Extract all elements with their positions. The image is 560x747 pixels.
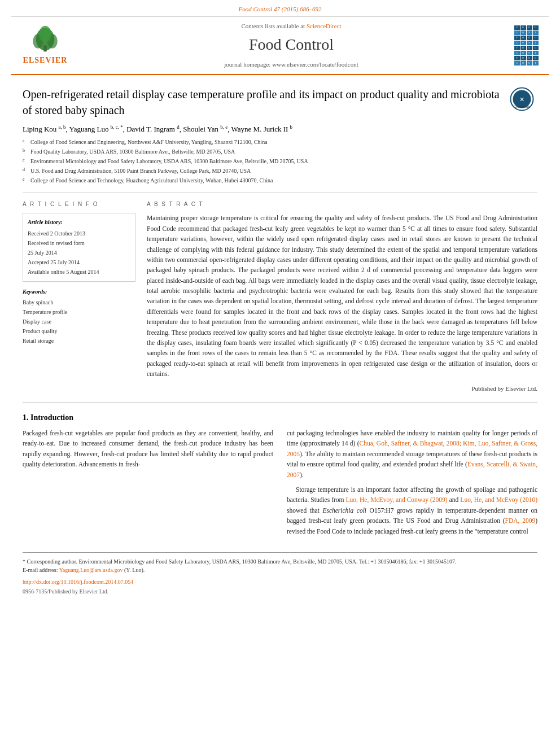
- intro-col2-text: cut packaging technologies have enabled …: [287, 428, 537, 536]
- elsevier-logo: ELSEVIER: [23, 25, 68, 66]
- affiliations: a College of Food Science and Engineerin…: [23, 138, 501, 185]
- intro-heading: Introduction: [30, 413, 73, 422]
- available-online: Available online 5 August 2014: [28, 267, 130, 277]
- doi-line: http://dx.doi.org/10.1016/j.foodcont.201…: [23, 578, 537, 586]
- cite-fda[interactable]: FDA, 2009: [505, 517, 536, 524]
- published-by: Published by Elsevier Ltd.: [147, 384, 537, 394]
- keywords-section: Keywords: Baby spinach Temperature profi…: [23, 287, 135, 346]
- intro-para1: Packaged fresh-cut vegetables are popula…: [23, 428, 273, 470]
- received-revised-label: Received in revised form: [28, 238, 130, 248]
- abstract-text: Maintaining proper storage temperature i…: [147, 213, 537, 379]
- corresponding-footnote: * Corresponding author. Environmental Mi…: [23, 557, 537, 566]
- elsevier-logo-area: ELSEVIER: [11, 21, 79, 69]
- affiliation-c-text: Environmental Microbiology and Food Safe…: [30, 157, 308, 166]
- affiliation-b-text: Food Quality Laboratory, USDA ARS, 10300…: [30, 147, 235, 156]
- abstract-col: A B S T R A C T Maintaining proper stora…: [147, 200, 537, 393]
- article-info-box: Article history: Received 2 October 2013…: [23, 213, 135, 282]
- issn-line: 0956-7135/Published by Elsevier Ltd.: [23, 587, 537, 596]
- cite-luo2009[interactable]: Luo, He, McEvoy, and Conway (2009): [346, 496, 448, 503]
- authors-line: Liping Kou a, b, Yaguang Luo b, c, *, Da…: [23, 124, 501, 135]
- journal-reference: Food Control 47 (2015) 686–692: [0, 0, 560, 16]
- cite-evans[interactable]: Evans, Scarcelli, & Swain, 2007: [287, 461, 537, 478]
- article-title: Open-refrigerated retail display case te…: [23, 86, 501, 118]
- svg-text:CrossMark: CrossMark: [514, 105, 531, 108]
- email-link[interactable]: Yaguang.Luo@ars.usda.gov: [59, 567, 123, 573]
- history-label: Article history:: [28, 218, 130, 226]
- email-note: (Y. Luo).: [124, 567, 145, 573]
- footnote-area: * Corresponding author. Environmental Mi…: [23, 552, 537, 596]
- affiliation-e-text: College of Food Science and Technology, …: [30, 176, 273, 185]
- intro-col2-para1: cut packaging technologies have enabled …: [287, 428, 537, 480]
- article-info-col: A R T I C L E I N F O Article history: R…: [23, 200, 135, 393]
- sciencedirect-line: Contents lists available at ScienceDirec…: [241, 21, 341, 31]
- cite-luo2010[interactable]: Luo, He, and McEvoy (2010): [460, 496, 537, 503]
- crossmark-icon: ✕ CrossMark: [509, 86, 535, 112]
- affiliation-a: a College of Food Science and Engineerin…: [23, 138, 501, 147]
- info-dates: Received 2 October 2013 Received in revi…: [28, 229, 130, 277]
- sciencedirect-label: Contents lists available at: [241, 23, 305, 29]
- journal-homepage: journal homepage: www.elsevier.com/locat…: [224, 60, 358, 69]
- info-abstract-section: A R T I C L E I N F O Article history: R…: [23, 200, 537, 403]
- received-date: Received 2 October 2013: [28, 229, 130, 238]
- crossmark-badge: ✕ CrossMark: [509, 86, 537, 115]
- page: Food Control 47 (2015) 686–692 ELSEVIER …: [0, 0, 560, 747]
- keyword-1: Baby spinach: [23, 298, 135, 307]
- journal-header: ELSEVIER Contents lists available at Sci…: [11, 16, 549, 75]
- intro-col1-text: Packaged fresh-cut vegetables are popula…: [23, 428, 273, 470]
- section-number: 1. Introduction: [23, 412, 537, 423]
- svg-text:✕: ✕: [519, 96, 524, 103]
- email-label: E-mail address:: [23, 567, 58, 573]
- intro-col1: Packaged fresh-cut vegetables are popula…: [23, 428, 273, 541]
- intro-body: Packaged fresh-cut vegetables are popula…: [23, 428, 537, 541]
- accepted-date: Accepted 25 July 2014: [28, 257, 130, 267]
- introduction-section: 1. Introduction Packaged fresh-cut veget…: [23, 412, 537, 541]
- journal-name: Food Control: [249, 33, 334, 56]
- article-content: Open-refrigerated retail display case te…: [0, 75, 560, 607]
- elsevier-brand-text: ELSEVIER: [23, 54, 68, 66]
- elsevier-tree-icon: [28, 25, 62, 53]
- intro-col2: cut packaging technologies have enabled …: [287, 428, 537, 541]
- journal-header-center: Contents lists available at ScienceDirec…: [79, 21, 504, 69]
- food-control-grid: FOOD CONT FOOD CONT FOOD CONT FOOD CONT: [504, 21, 549, 69]
- affiliation-d: d U.S. Food and Drug Administration, 510…: [23, 167, 501, 176]
- affiliation-c: c Environmental Microbiology and Food Sa…: [23, 157, 501, 166]
- fc-pattern: FOOD CONT FOOD CONT FOOD CONT FOOD CONT: [514, 25, 539, 65]
- doi-link[interactable]: http://dx.doi.org/10.1016/j.foodcont.201…: [23, 579, 133, 585]
- keyword-5: Retail storage: [23, 336, 135, 346]
- intro-col2-para2: Storage temperature is an important fact…: [287, 484, 537, 536]
- homepage-label: journal homepage: www.elsevier.com/locat…: [224, 61, 358, 68]
- revised-date: 25 July 2014: [28, 248, 130, 257]
- keyword-2: Temperature profile: [23, 307, 135, 317]
- sciencedirect-link[interactable]: ScienceDirect: [307, 23, 342, 29]
- affiliation-e: e College of Food Science and Technology…: [23, 176, 501, 185]
- cite-chua[interactable]: Chua, Goh, Saftner, & Bhagwat, 2008; Kim…: [287, 440, 537, 457]
- keyword-3: Display case: [23, 317, 135, 326]
- article-info-heading: A R T I C L E I N F O: [23, 200, 135, 208]
- email-line: E-mail address: Yaguang.Luo@ars.usda.gov…: [23, 566, 537, 574]
- article-title-text: Open-refrigerated retail display case te…: [23, 86, 501, 186]
- affiliation-d-text: U.S. Food and Drug Administration, 5100 …: [30, 167, 251, 176]
- affiliation-a-text: College of Food Science and Engineering,…: [30, 138, 268, 147]
- abstract-heading: A B S T R A C T: [147, 200, 537, 208]
- svg-point-4: [39, 25, 51, 42]
- intro-number: 1.: [23, 413, 29, 422]
- affiliation-b: b Food Quality Laboratory, USDA ARS, 103…: [23, 147, 501, 156]
- article-title-section: Open-refrigerated retail display case te…: [23, 86, 537, 194]
- keywords-label: Keywords:: [23, 287, 135, 296]
- keyword-4: Product quality: [23, 326, 135, 336]
- journal-ref-text: Food Control 47 (2015) 686–692: [239, 6, 322, 12]
